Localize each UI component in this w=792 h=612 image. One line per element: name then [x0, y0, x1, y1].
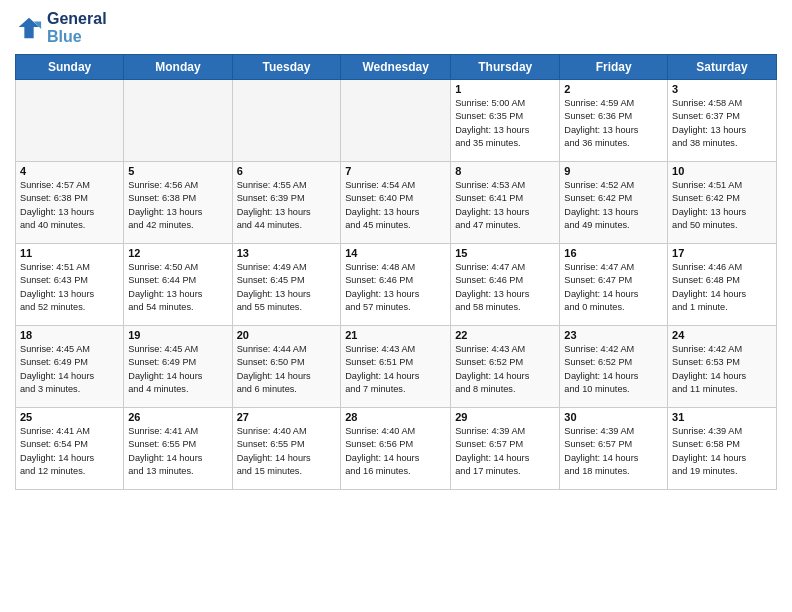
day-number: 4 — [20, 165, 119, 177]
day-info: Sunrise: 4:59 AM Sunset: 6:36 PM Dayligh… — [564, 97, 663, 150]
weekday-header-row: SundayMondayTuesdayWednesdayThursdayFrid… — [16, 55, 777, 80]
day-number: 14 — [345, 247, 446, 259]
day-info: Sunrise: 4:39 AM Sunset: 6:57 PM Dayligh… — [564, 425, 663, 478]
weekday-header-saturday: Saturday — [668, 55, 777, 80]
day-number: 6 — [237, 165, 337, 177]
calendar-cell: 17Sunrise: 4:46 AM Sunset: 6:48 PM Dayli… — [668, 244, 777, 326]
weekday-header-thursday: Thursday — [451, 55, 560, 80]
header: General Blue — [15, 10, 777, 46]
weekday-header-wednesday: Wednesday — [341, 55, 451, 80]
calendar-cell: 26Sunrise: 4:41 AM Sunset: 6:55 PM Dayli… — [124, 408, 232, 490]
day-info: Sunrise: 4:50 AM Sunset: 6:44 PM Dayligh… — [128, 261, 227, 314]
day-info: Sunrise: 4:40 AM Sunset: 6:56 PM Dayligh… — [345, 425, 446, 478]
logo: General Blue — [15, 10, 107, 46]
calendar-cell: 23Sunrise: 4:42 AM Sunset: 6:52 PM Dayli… — [560, 326, 668, 408]
calendar-cell: 8Sunrise: 4:53 AM Sunset: 6:41 PM Daylig… — [451, 162, 560, 244]
calendar-cell — [124, 80, 232, 162]
svg-marker-0 — [19, 18, 40, 39]
calendar-cell — [16, 80, 124, 162]
calendar-cell: 29Sunrise: 4:39 AM Sunset: 6:57 PM Dayli… — [451, 408, 560, 490]
day-info: Sunrise: 4:51 AM Sunset: 6:42 PM Dayligh… — [672, 179, 772, 232]
day-info: Sunrise: 4:42 AM Sunset: 6:52 PM Dayligh… — [564, 343, 663, 396]
calendar-cell: 11Sunrise: 4:51 AM Sunset: 6:43 PM Dayli… — [16, 244, 124, 326]
day-info: Sunrise: 4:44 AM Sunset: 6:50 PM Dayligh… — [237, 343, 337, 396]
calendar-cell: 3Sunrise: 4:58 AM Sunset: 6:37 PM Daylig… — [668, 80, 777, 162]
day-info: Sunrise: 4:47 AM Sunset: 6:47 PM Dayligh… — [564, 261, 663, 314]
day-info: Sunrise: 4:39 AM Sunset: 6:57 PM Dayligh… — [455, 425, 555, 478]
day-number: 17 — [672, 247, 772, 259]
day-info: Sunrise: 4:53 AM Sunset: 6:41 PM Dayligh… — [455, 179, 555, 232]
day-info: Sunrise: 4:47 AM Sunset: 6:46 PM Dayligh… — [455, 261, 555, 314]
day-number: 11 — [20, 247, 119, 259]
day-info: Sunrise: 4:43 AM Sunset: 6:52 PM Dayligh… — [455, 343, 555, 396]
calendar-cell: 30Sunrise: 4:39 AM Sunset: 6:57 PM Dayli… — [560, 408, 668, 490]
calendar-cell: 28Sunrise: 4:40 AM Sunset: 6:56 PM Dayli… — [341, 408, 451, 490]
day-number: 28 — [345, 411, 446, 423]
day-number: 7 — [345, 165, 446, 177]
calendar-cell — [232, 80, 341, 162]
calendar-cell: 18Sunrise: 4:45 AM Sunset: 6:49 PM Dayli… — [16, 326, 124, 408]
day-number: 12 — [128, 247, 227, 259]
day-number: 30 — [564, 411, 663, 423]
calendar-cell: 14Sunrise: 4:48 AM Sunset: 6:46 PM Dayli… — [341, 244, 451, 326]
calendar-cell — [341, 80, 451, 162]
weekday-header-monday: Monday — [124, 55, 232, 80]
day-info: Sunrise: 4:46 AM Sunset: 6:48 PM Dayligh… — [672, 261, 772, 314]
calendar-cell: 10Sunrise: 4:51 AM Sunset: 6:42 PM Dayli… — [668, 162, 777, 244]
weekday-header-friday: Friday — [560, 55, 668, 80]
day-info: Sunrise: 4:49 AM Sunset: 6:45 PM Dayligh… — [237, 261, 337, 314]
calendar-week-3: 11Sunrise: 4:51 AM Sunset: 6:43 PM Dayli… — [16, 244, 777, 326]
day-number: 21 — [345, 329, 446, 341]
day-info: Sunrise: 4:45 AM Sunset: 6:49 PM Dayligh… — [20, 343, 119, 396]
day-info: Sunrise: 4:54 AM Sunset: 6:40 PM Dayligh… — [345, 179, 446, 232]
day-number: 9 — [564, 165, 663, 177]
day-number: 8 — [455, 165, 555, 177]
day-info: Sunrise: 4:51 AM Sunset: 6:43 PM Dayligh… — [20, 261, 119, 314]
logo-icon — [15, 14, 43, 42]
day-number: 18 — [20, 329, 119, 341]
calendar-week-5: 25Sunrise: 4:41 AM Sunset: 6:54 PM Dayli… — [16, 408, 777, 490]
calendar-cell: 21Sunrise: 4:43 AM Sunset: 6:51 PM Dayli… — [341, 326, 451, 408]
day-number: 19 — [128, 329, 227, 341]
calendar-page: General Blue SundayMondayTuesdayWednesda… — [0, 0, 792, 612]
day-info: Sunrise: 4:45 AM Sunset: 6:49 PM Dayligh… — [128, 343, 227, 396]
calendar-cell: 22Sunrise: 4:43 AM Sunset: 6:52 PM Dayli… — [451, 326, 560, 408]
calendar-table: SundayMondayTuesdayWednesdayThursdayFrid… — [15, 54, 777, 490]
day-number: 23 — [564, 329, 663, 341]
day-number: 10 — [672, 165, 772, 177]
day-info: Sunrise: 4:41 AM Sunset: 6:55 PM Dayligh… — [128, 425, 227, 478]
day-number: 29 — [455, 411, 555, 423]
day-number: 1 — [455, 83, 555, 95]
day-info: Sunrise: 4:39 AM Sunset: 6:58 PM Dayligh… — [672, 425, 772, 478]
day-number: 16 — [564, 247, 663, 259]
day-number: 13 — [237, 247, 337, 259]
weekday-header-tuesday: Tuesday — [232, 55, 341, 80]
calendar-cell: 16Sunrise: 4:47 AM Sunset: 6:47 PM Dayli… — [560, 244, 668, 326]
day-info: Sunrise: 4:48 AM Sunset: 6:46 PM Dayligh… — [345, 261, 446, 314]
day-number: 3 — [672, 83, 772, 95]
day-info: Sunrise: 4:43 AM Sunset: 6:51 PM Dayligh… — [345, 343, 446, 396]
calendar-week-2: 4Sunrise: 4:57 AM Sunset: 6:38 PM Daylig… — [16, 162, 777, 244]
day-number: 25 — [20, 411, 119, 423]
calendar-cell: 1Sunrise: 5:00 AM Sunset: 6:35 PM Daylig… — [451, 80, 560, 162]
day-number: 5 — [128, 165, 227, 177]
calendar-cell: 2Sunrise: 4:59 AM Sunset: 6:36 PM Daylig… — [560, 80, 668, 162]
day-number: 24 — [672, 329, 772, 341]
calendar-cell: 9Sunrise: 4:52 AM Sunset: 6:42 PM Daylig… — [560, 162, 668, 244]
day-info: Sunrise: 4:55 AM Sunset: 6:39 PM Dayligh… — [237, 179, 337, 232]
calendar-cell: 19Sunrise: 4:45 AM Sunset: 6:49 PM Dayli… — [124, 326, 232, 408]
calendar-cell: 20Sunrise: 4:44 AM Sunset: 6:50 PM Dayli… — [232, 326, 341, 408]
day-info: Sunrise: 4:41 AM Sunset: 6:54 PM Dayligh… — [20, 425, 119, 478]
day-info: Sunrise: 4:40 AM Sunset: 6:55 PM Dayligh… — [237, 425, 337, 478]
calendar-cell: 12Sunrise: 4:50 AM Sunset: 6:44 PM Dayli… — [124, 244, 232, 326]
calendar-cell: 31Sunrise: 4:39 AM Sunset: 6:58 PM Dayli… — [668, 408, 777, 490]
calendar-cell: 15Sunrise: 4:47 AM Sunset: 6:46 PM Dayli… — [451, 244, 560, 326]
calendar-cell: 5Sunrise: 4:56 AM Sunset: 6:38 PM Daylig… — [124, 162, 232, 244]
calendar-cell: 24Sunrise: 4:42 AM Sunset: 6:53 PM Dayli… — [668, 326, 777, 408]
calendar-week-4: 18Sunrise: 4:45 AM Sunset: 6:49 PM Dayli… — [16, 326, 777, 408]
day-info: Sunrise: 4:52 AM Sunset: 6:42 PM Dayligh… — [564, 179, 663, 232]
day-info: Sunrise: 4:57 AM Sunset: 6:38 PM Dayligh… — [20, 179, 119, 232]
day-number: 27 — [237, 411, 337, 423]
day-info: Sunrise: 4:56 AM Sunset: 6:38 PM Dayligh… — [128, 179, 227, 232]
day-number: 31 — [672, 411, 772, 423]
